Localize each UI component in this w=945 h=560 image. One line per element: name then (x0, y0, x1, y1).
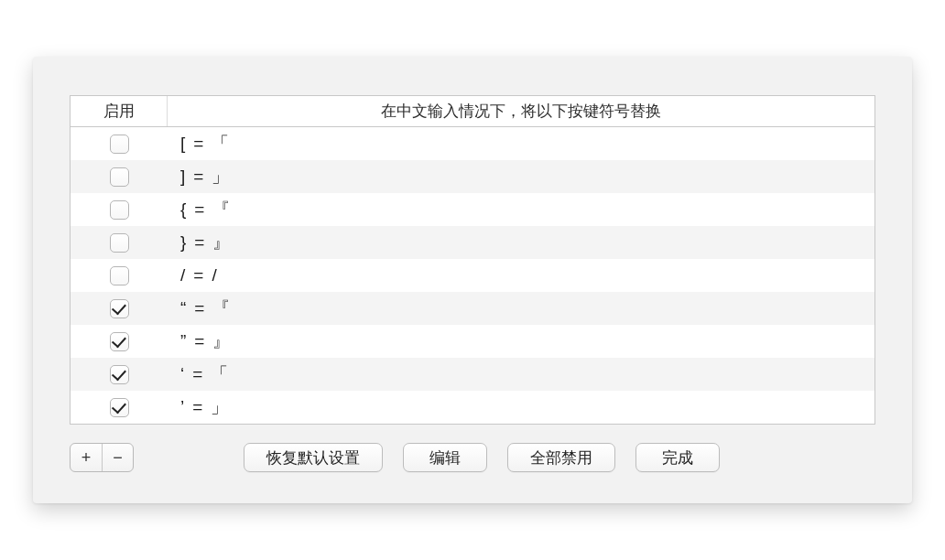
equals-sign: = (192, 397, 203, 417)
table-row[interactable]: [=「 (71, 127, 874, 160)
cell-enable (71, 365, 168, 384)
equals-sign: = (193, 167, 204, 187)
equals-sign: = (194, 331, 205, 351)
table-row[interactable]: ’=」 (71, 391, 874, 424)
substitution-from: ‘ (180, 364, 185, 384)
table-row[interactable]: ”=』 (71, 325, 874, 358)
table-row[interactable]: /=/ (71, 259, 874, 292)
table-row[interactable]: }=』 (71, 226, 874, 259)
enable-checkbox[interactable] (110, 233, 129, 253)
substitution-from: ] (180, 167, 186, 187)
substitution-from: } (180, 232, 187, 253)
table-body: [=「]=」{=『}=』/=/“=『”=』‘=「’=」 (71, 127, 874, 424)
substitution-to: 』 (212, 329, 231, 353)
cell-substitution: [=「 (168, 132, 874, 156)
enable-checkbox[interactable] (110, 167, 129, 187)
enable-checkbox[interactable] (110, 266, 129, 285)
enable-checkbox[interactable] (110, 299, 129, 318)
equals-sign: = (193, 265, 204, 285)
table-row[interactable]: ‘=「 (71, 358, 874, 391)
footer-bar: + − 恢复默认设置 编辑 全部禁用 完成 (70, 443, 875, 472)
substitution-from: / (180, 265, 186, 285)
substitution-to: 『 (212, 198, 231, 221)
substitution-from: [ (180, 134, 186, 154)
cell-substitution: “=『 (168, 296, 874, 320)
done-button[interactable]: 完成 (635, 443, 720, 472)
add-remove-segment: + − (70, 443, 134, 472)
minus-icon: − (113, 448, 123, 468)
cell-enable (71, 266, 168, 285)
substitution-to: 「 (211, 362, 229, 386)
substitution-to: 『 (212, 296, 231, 320)
edit-button[interactable]: 编辑 (403, 443, 487, 472)
cell-enable (71, 299, 168, 318)
column-header-enable: 启用 (71, 96, 168, 126)
disable-all-button[interactable]: 全部禁用 (507, 443, 615, 472)
settings-panel: 启用 在中文输入情况下，将以下按键符号替换 [=「]=」{=『}=』/=/“=『… (33, 57, 912, 503)
equals-sign: = (194, 298, 205, 318)
substitution-table: 启用 在中文输入情况下，将以下按键符号替换 [=「]=」{=『}=』/=/“=『… (70, 95, 875, 425)
cell-substitution: {=『 (168, 198, 874, 221)
substitution-from: ” (180, 331, 187, 351)
add-button[interactable]: + (71, 444, 102, 471)
enable-checkbox[interactable] (110, 332, 129, 351)
cell-substitution: }=』 (168, 231, 874, 254)
substitution-from: { (180, 199, 187, 220)
cell-enable (71, 135, 168, 154)
substitution-to: 』 (212, 231, 231, 254)
cell-substitution: ‘=「 (168, 362, 874, 386)
substitution-to: 」 (212, 165, 230, 188)
plus-icon: + (81, 448, 92, 468)
equals-sign: = (193, 134, 204, 154)
substitution-to: / (212, 265, 217, 285)
cell-enable (71, 398, 168, 417)
substitution-to: 」 (211, 395, 229, 419)
table-header: 启用 在中文输入情况下，将以下按键符号替换 (71, 96, 874, 127)
table-row[interactable]: ]=」 (71, 160, 874, 193)
table-row[interactable]: {=『 (71, 193, 874, 226)
substitution-to: 「 (212, 132, 230, 156)
enable-checkbox[interactable] (110, 398, 129, 417)
restore-defaults-button[interactable]: 恢复默认设置 (244, 443, 383, 472)
column-header-description: 在中文输入情况下，将以下按键符号替换 (168, 96, 874, 126)
cell-enable (71, 233, 168, 253)
cell-substitution: /=/ (168, 265, 874, 285)
equals-sign: = (192, 364, 203, 384)
enable-checkbox[interactable] (110, 365, 129, 384)
substitution-from: ’ (180, 397, 185, 417)
table-row[interactable]: “=『 (71, 292, 874, 325)
substitution-from: “ (180, 298, 187, 318)
equals-sign: = (194, 199, 205, 220)
cell-enable (71, 167, 168, 187)
enable-checkbox[interactable] (110, 135, 129, 154)
equals-sign: = (194, 232, 205, 253)
cell-enable (71, 332, 168, 351)
cell-substitution: ”=』 (168, 329, 874, 353)
remove-button[interactable]: − (102, 444, 133, 471)
cell-substitution: ]=」 (168, 165, 874, 188)
cell-enable (71, 200, 168, 220)
enable-checkbox[interactable] (110, 200, 129, 220)
cell-substitution: ’=」 (168, 395, 874, 419)
